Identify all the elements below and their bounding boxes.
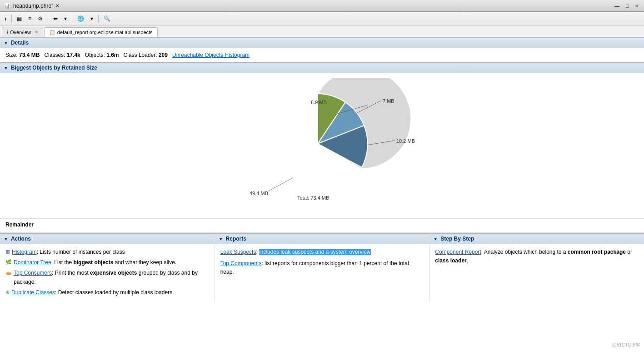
globe-button[interactable]: 🌐 [75,14,86,23]
histogram-toolbar-button[interactable]: ▦ [15,14,24,23]
details-section: Size: 73.4 MB Classes: 17.4k Objects: 1.… [0,48,644,62]
settings-toolbar-button[interactable]: ⚙ [35,14,45,23]
size-value: 73.4 MB [19,52,40,58]
info-button[interactable]: 𝒊 [3,14,9,23]
close-button[interactable]: × [633,3,640,9]
histogram-icon: ▦ [5,248,10,256]
tab-suspects[interactable]: 📋 default_report org.eclipse.mat.api:sus… [44,27,158,37]
title-close-icon[interactable]: ✕ [55,3,59,8]
top-components-link[interactable]: Top Components [220,260,262,267]
pie-chart-container: 6.9 MB 7 MB 10.2 MB 49.4 MB Total: 73.4 … [227,78,418,196]
duplicate-desc: : Detect classes loaded by multiple clas… [55,289,174,296]
window-title: heapdump.phrof [13,3,53,9]
component-report-item: Component Report: Analyze objects which … [435,248,639,265]
duplicate-icon: ⊕ [5,288,10,297]
duplicate-link[interactable]: Duplicate Classes [11,289,55,296]
consumers-icon: 🥧 [5,269,12,277]
title-bar-controls: — □ × [612,3,640,9]
histogram-item: Histogram: Lists number of instances per… [12,248,125,256]
classes-label: Classes: [44,52,65,58]
dominator-item: Dominator Tree: List the biggest objects… [14,258,176,267]
info-icon: 𝒊 [5,15,6,22]
back-icon: ⬅ [53,15,58,22]
list-icon: ≡ [28,15,31,22]
objects-label: Objects: [85,52,105,58]
pie-chart: 6.9 MB 7 MB 10.2 MB 49.4 MB Total: 73.4 … [227,78,418,201]
top-components-num: 1 [359,260,362,267]
step-by-step-content: Component Report: Analyze objects which … [429,244,644,269]
consumers-item: Top Consumers: Print the most expensive … [14,269,209,286]
globe2-icon: ▾ [90,15,93,22]
reports-header: ▼ Reports [215,233,429,244]
size-label: Size: [5,52,18,58]
tab-overview-close[interactable]: ✕ [35,30,38,35]
tab-suspects-icon: 📋 [49,30,55,35]
histogram-link[interactable]: Histogram [12,249,37,255]
toolbar-separator-2 [48,15,48,23]
report-leak-suspects: Leak Suspects: includes leak suspects an… [220,248,424,256]
gear-icon: ⚙ [38,15,43,22]
action-dominator: 🌿 Dominator Tree: List the biggest objec… [5,258,209,267]
svg-line-4 [268,178,293,191]
chart-label-6mb: 6.9 MB [311,100,327,105]
reports-panel: ▼ Reports Leak Suspects: includes leak s… [215,233,430,302]
classloader-label: Class Loader: [124,52,157,58]
title-bar: 📊 heapdump.phrof ✕ — □ × [0,0,644,12]
component-report-link[interactable]: Component Report [435,249,481,255]
search-button[interactable]: 🔍 [101,14,113,23]
tab-overview[interactable]: 𝒊 Overview ✕ [2,27,43,37]
app-icon: 📊 [4,3,10,9]
reports-label: Reports [226,236,246,242]
action-histogram: ▦ Histogram: Lists number of instances p… [5,248,209,256]
maximize-button[interactable]: □ [624,3,631,9]
leak-suspects-highlight: includes leak suspects and a system over… [259,249,370,255]
details-chevron[interactable]: ▼ [4,40,8,45]
chart-label-10mb: 10.2 MB [396,138,415,144]
biggest-objects-header: ▼ Biggest Objects by Retained Size [0,62,644,73]
biggest-objects-chevron[interactable]: ▼ [4,65,8,70]
step-by-step-panel: ▼ Step By Step Component Report: Analyze… [429,233,644,302]
dominator-icon: 🌿 [5,258,12,267]
step-by-step-chevron[interactable]: ▼ [433,236,438,241]
unreachable-objects-link[interactable]: Unreachable Objects Histogram [172,52,250,58]
main-content: ▼ Details Size: 73.4 MB Classes: 17.4k O… [0,37,644,352]
duplicate-item: Duplicate Classes: Detect classes loaded… [11,288,174,297]
action-duplicate: ⊕ Duplicate Classes: Detect classes load… [5,288,209,297]
tab-overview-label: Overview [10,30,31,35]
classes-value: 17.4k [67,52,80,58]
leak-suspects-link[interactable]: Leak Suspects [220,249,256,255]
minimize-button[interactable]: — [612,3,622,9]
globe-icon: 🌐 [77,15,84,22]
top-components-desc-pre: : list reports for components bigger tha… [261,260,359,267]
histogram-desc: : Lists number of instances per class [37,249,125,255]
chart-area: 6.9 MB 7 MB 10.2 MB 49.4 MB Total: 73.4 … [0,73,644,219]
objects-value: 1.6m [106,52,119,58]
chart-total-label: Total: 73.4 MB [297,195,329,201]
remainder-section: Remainder [0,219,644,233]
back-button[interactable]: ⬅ [51,14,60,23]
remainder-label: Remainder [5,221,34,228]
consumers-link[interactable]: Top Consumers [14,270,52,276]
list-toolbar-button[interactable]: ≡ [26,14,34,23]
chart-label-7mb: 7 MB [383,98,394,104]
reports-chevron[interactable]: ▼ [219,236,223,241]
biggest-objects-label: Biggest Objects by Retained Size [11,65,97,71]
classloader-value: 209 [159,52,168,58]
chart-label-49mb: 49.4 MB [250,191,268,196]
forward-button[interactable]: ▾ [62,14,69,23]
watermark: @51CTO博客 [612,342,640,348]
details-section-header: ▼ Details [0,37,644,48]
globe2-button[interactable]: ▾ [88,14,95,23]
toolbar-separator-4 [98,15,99,23]
toolbar-separator-1 [11,15,12,23]
actions-panel: ▼ Actions ▦ Histogram: Lists number of i… [0,233,215,302]
tab-overview-icon: 𝒊 [7,30,8,35]
dominator-link[interactable]: Dominator Tree [14,259,51,266]
actions-header: ▼ Actions [0,233,215,244]
step-by-step-label: Step By Step [440,236,474,242]
toolbar-separator-3 [72,15,72,23]
details-header-label: Details [11,40,29,46]
title-bar-left: 📊 heapdump.phrof ✕ [4,3,59,9]
action-consumers: 🥧 Top Consumers: Print the most expensiv… [5,269,209,286]
actions-chevron[interactable]: ▼ [4,236,8,241]
